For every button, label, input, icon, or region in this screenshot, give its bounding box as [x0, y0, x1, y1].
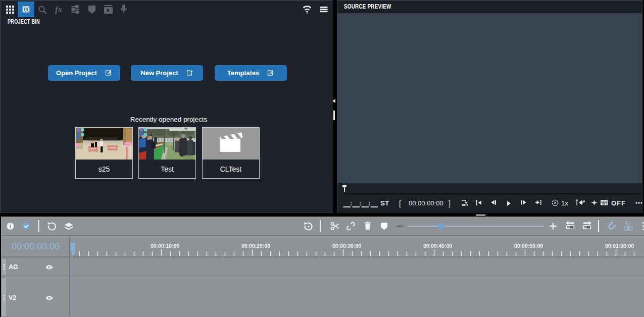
- svg-text:00:00:10:00: 00:00:10:00: [151, 243, 179, 249]
- svg-text:00:00:50:00: 00:00:50:00: [514, 243, 543, 249]
- svg-text:1x: 1x: [561, 199, 568, 207]
- svg-text:]: ]: [449, 199, 451, 207]
- svg-text:OFF: OFF: [611, 199, 626, 207]
- svg-text:ST: ST: [380, 199, 389, 207]
- svg-text:AG: AG: [9, 263, 18, 271]
- svg-text:V2: V2: [9, 294, 16, 301]
- svg-text:00:00:30:00: 00:00:30:00: [332, 243, 361, 249]
- svg-text:[: [: [399, 199, 401, 207]
- svg-text:00:01:00:00: 00:01:00:00: [605, 243, 634, 249]
- svg-text:fx: fx: [55, 5, 63, 14]
- svg-text:00:00:40:00: 00:00:40:00: [423, 243, 452, 249]
- svg-text:00:00:20:00: 00:00:20:00: [241, 243, 270, 249]
- svg-text:00:00:00:00: 00:00:00:00: [409, 199, 443, 207]
